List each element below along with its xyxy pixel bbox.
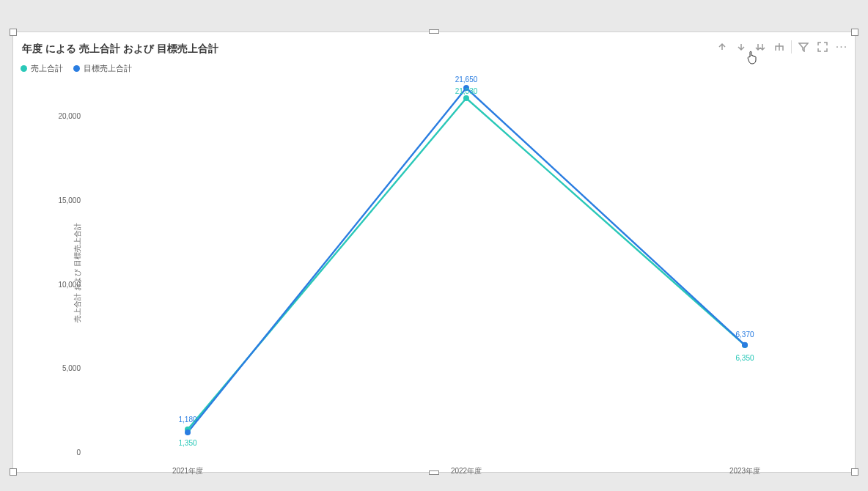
focus-mode-button[interactable] bbox=[814, 38, 831, 56]
x-tick-2022: 2022年度 bbox=[451, 466, 482, 476]
legend-label-series2: 目標売上合計 bbox=[84, 63, 132, 74]
chart-lines bbox=[48, 82, 847, 463]
resize-handle-top-right[interactable] bbox=[851, 29, 858, 36]
drill-up-button[interactable] bbox=[713, 38, 731, 56]
expand-hierarchy-button[interactable] bbox=[770, 38, 788, 56]
svg-point-5 bbox=[742, 342, 748, 348]
filter-button[interactable] bbox=[795, 38, 812, 56]
resize-handle-bottom-right[interactable] bbox=[851, 468, 858, 476]
resize-handle-bottom-middle[interactable] bbox=[429, 470, 439, 475]
legend-dot-series1 bbox=[21, 65, 27, 72]
data-label-s2-2: 6,370 bbox=[735, 331, 754, 339]
data-label-s1-1: 21,030 bbox=[455, 87, 478, 95]
data-label-s1-2: 6,350 bbox=[735, 354, 754, 362]
data-label-s2-0: 1,180 bbox=[178, 416, 196, 424]
visual-toolbar: ··· bbox=[713, 38, 850, 56]
svg-point-3 bbox=[185, 429, 191, 435]
chart-title: 年度 による 売上合計 および 目標売上合計 bbox=[22, 43, 218, 56]
legend-item-series2[interactable]: 目標売上合計 bbox=[73, 63, 132, 74]
data-label-s2-1: 21,650 bbox=[455, 75, 478, 84]
legend-item-series1[interactable]: 売上合計 bbox=[21, 63, 63, 74]
x-tick-2023: 2023年度 bbox=[729, 466, 760, 476]
toolbar-divider bbox=[791, 40, 792, 53]
legend: 売上合計 目標売上合計 bbox=[21, 63, 132, 74]
resize-handle-top-middle[interactable] bbox=[429, 29, 439, 34]
expand-all-down-button[interactable] bbox=[751, 38, 769, 56]
resize-handle-bottom-left[interactable] bbox=[10, 468, 17, 476]
x-tick-2021: 2021年度 bbox=[172, 466, 203, 476]
plot-area[interactable]: 売上合計 および 目標売上合計 0 5,000 10,000 15,000 20… bbox=[48, 82, 847, 463]
chart-visual[interactable]: 年度 による 売上合計 および 目標売上合計 売上合計 目標売上合計 bbox=[13, 32, 855, 472]
data-label-s1-0: 1,350 bbox=[178, 439, 196, 447]
more-options-button[interactable]: ··· bbox=[833, 38, 850, 56]
svg-point-1 bbox=[463, 95, 469, 101]
drill-down-button[interactable] bbox=[732, 38, 750, 56]
legend-label-series1: 売上合計 bbox=[31, 63, 63, 74]
resize-handle-top-left[interactable] bbox=[10, 29, 17, 36]
legend-dot-series2 bbox=[73, 65, 80, 72]
